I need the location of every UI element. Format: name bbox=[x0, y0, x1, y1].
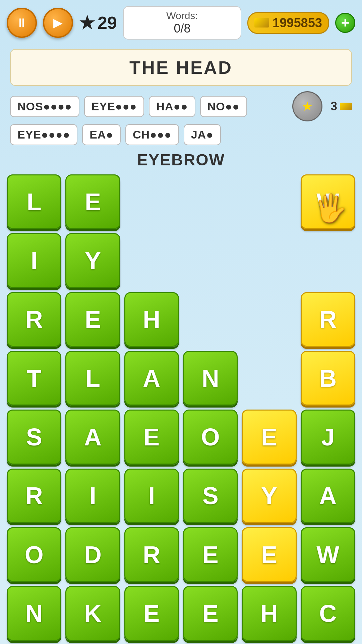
tile[interactable]: E bbox=[65, 292, 120, 347]
tile bbox=[183, 233, 238, 288]
tile[interactable]: E bbox=[183, 527, 238, 582]
tile[interactable]: S bbox=[183, 469, 238, 523]
tile[interactable]: I bbox=[7, 233, 61, 288]
tile[interactable]: C bbox=[301, 586, 355, 641]
star-hint-icon: ★ bbox=[302, 99, 313, 114]
tile[interactable]: W🖐 bbox=[301, 174, 355, 229]
words-value: 0/8 bbox=[130, 21, 234, 36]
tile[interactable]: E bbox=[124, 586, 179, 641]
gold-value: 1995853 bbox=[273, 16, 322, 30]
tile bbox=[242, 233, 296, 288]
tile bbox=[124, 233, 179, 288]
tile[interactable]: Y bbox=[65, 233, 120, 288]
gold-count-value: 3 bbox=[330, 99, 337, 113]
tile[interactable]: J bbox=[301, 410, 355, 464]
tile[interactable]: R bbox=[124, 527, 179, 582]
gold-bar: 1995853 bbox=[247, 12, 329, 34]
play-button[interactable] bbox=[43, 8, 73, 38]
tile[interactable]: L bbox=[7, 174, 61, 229]
pause-icon bbox=[16, 16, 28, 30]
tile bbox=[242, 351, 296, 406]
tile[interactable]: E bbox=[242, 527, 296, 582]
tile[interactable]: A bbox=[124, 351, 179, 406]
tile[interactable]: O bbox=[7, 527, 61, 582]
tile bbox=[301, 233, 355, 288]
tile bbox=[183, 174, 238, 229]
tile[interactable]: R bbox=[7, 469, 61, 523]
tile[interactable]: E bbox=[124, 410, 179, 464]
tile[interactable]: I bbox=[124, 469, 179, 523]
tile[interactable]: O bbox=[183, 410, 238, 464]
found-word: EYEBROW bbox=[0, 151, 362, 169]
tile[interactable]: L bbox=[65, 351, 120, 406]
gold-count: 3 bbox=[330, 99, 352, 113]
tile[interactable]: E bbox=[242, 410, 296, 464]
tile[interactable]: N bbox=[183, 351, 238, 406]
tile[interactable]: R bbox=[7, 292, 61, 347]
star-hint-button[interactable]: ★ bbox=[292, 91, 322, 121]
tile[interactable]: D bbox=[65, 527, 120, 582]
hint-chip-2[interactable]: HA●● bbox=[149, 96, 195, 117]
words-box: Words: 0/8 bbox=[123, 6, 241, 40]
gold-small-icon bbox=[340, 103, 352, 110]
add-icon: + bbox=[341, 15, 350, 31]
star-score: ★ 29 bbox=[79, 13, 117, 33]
tile[interactable]: E bbox=[183, 586, 238, 641]
hint-chip-1[interactable]: EYE●●● bbox=[84, 96, 144, 117]
tile[interactable]: T bbox=[7, 351, 61, 406]
words-label: Words: bbox=[130, 10, 234, 21]
tile[interactable]: N bbox=[7, 586, 61, 641]
category-text: THE HEAD bbox=[129, 57, 233, 77]
tile[interactable]: E bbox=[65, 174, 120, 229]
hint-chip-6[interactable]: CH●●● bbox=[125, 124, 179, 145]
tile[interactable]: A bbox=[301, 469, 355, 523]
tile[interactable]: R bbox=[301, 292, 355, 347]
tile[interactable]: A bbox=[65, 410, 120, 464]
tile[interactable]: K bbox=[65, 586, 120, 641]
tile bbox=[124, 174, 179, 229]
hint-chip-4[interactable]: EYE●●●● bbox=[10, 124, 77, 145]
gold-icon bbox=[254, 18, 269, 28]
tile bbox=[242, 292, 296, 347]
tile bbox=[183, 292, 238, 347]
letter-grid: LEW🖐IYREHRTLANBSAEOEJRIISYAODREEWNKEEHC bbox=[7, 174, 355, 641]
tile bbox=[242, 174, 296, 229]
tile[interactable]: W bbox=[301, 527, 355, 582]
star-icon: ★ bbox=[79, 13, 95, 33]
hint-chip-3[interactable]: NO●● bbox=[200, 96, 247, 117]
category-banner: THE HEAD bbox=[10, 49, 352, 86]
tile[interactable]: I bbox=[65, 469, 120, 523]
grid-area: LEW🖐IYREHRTLANBSAEOEJRIISYAODREEWNKEEHC bbox=[7, 174, 355, 641]
score-value: 29 bbox=[98, 13, 117, 33]
tile[interactable]: H bbox=[242, 586, 296, 641]
tile[interactable]: S bbox=[7, 410, 61, 464]
tile[interactable]: Y bbox=[242, 469, 296, 523]
hint-chip-5[interactable]: EA● bbox=[82, 124, 121, 145]
play-icon bbox=[53, 16, 63, 30]
add-gold-button[interactable]: + bbox=[335, 13, 355, 33]
word-hints-row2: EYE●●●● EA● CH●●● JA● bbox=[10, 124, 352, 145]
hint-chip-7[interactable]: JA● bbox=[184, 124, 221, 145]
found-word-text: EYEBROW bbox=[137, 151, 225, 169]
tile[interactable]: H bbox=[124, 292, 179, 347]
top-bar: ★ 29 Words: 0/8 1995853 + bbox=[0, 0, 362, 46]
word-hints: NOS●●●● EYE●●● HA●● NO●● ★ 3 bbox=[10, 91, 352, 121]
tile[interactable]: B bbox=[301, 351, 355, 406]
pause-button[interactable] bbox=[7, 8, 37, 38]
hand-cursor-icon: 🖐 bbox=[314, 192, 347, 224]
hint-chip-0[interactable]: NOS●●●● bbox=[10, 96, 79, 117]
